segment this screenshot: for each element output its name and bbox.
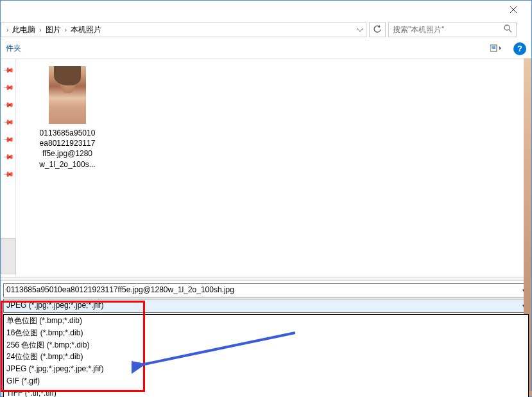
- breadcrumb-item[interactable]: 图片: [44, 24, 62, 35]
- thumbnail-view-icon: [490, 44, 503, 53]
- filetype-option[interactable]: 256 色位图 (*.bmp;*.dib): [4, 339, 528, 351]
- breadcrumb[interactable]: › 此电脑 › 图片 › 本机照片: [1, 22, 366, 37]
- pin-icon[interactable]: 📌: [2, 151, 14, 163]
- titlebar: [1, 1, 531, 20]
- pin-icon[interactable]: 📌: [2, 116, 14, 128]
- breadcrumb-item[interactable]: 本机照片: [69, 24, 103, 35]
- svg-point-2: [504, 25, 510, 30]
- svg-line-3: [509, 30, 511, 32]
- chevron-right-icon: ›: [6, 26, 8, 33]
- pin-icon[interactable]: 📌: [2, 82, 14, 94]
- filetype-option[interactable]: JPEG (*.jpg;*.jpeg;*.jpe;*.jfif): [4, 363, 528, 375]
- refresh-button[interactable]: [369, 22, 386, 37]
- svg-rect-5: [492, 46, 495, 49]
- file-name-label: 0113685a95010 ea80121923117 ff5e.jpg@128…: [29, 128, 106, 170]
- search-icon: [504, 24, 512, 35]
- file-thumbnail: [49, 66, 86, 124]
- pin-icon[interactable]: 📌: [2, 64, 14, 76]
- filetype-option[interactable]: 24位位图 (*.bmp;*.dib): [4, 351, 528, 363]
- save-dialog-window: › 此电脑 › 图片 › 本机照片 件夹: [0, 0, 532, 397]
- search-box[interactable]: [388, 22, 517, 37]
- file-item[interactable]: 0113685a95010 ea80121923117 ff5e.jpg@128…: [29, 66, 106, 170]
- chevron-down-icon[interactable]: [357, 25, 363, 34]
- filetype-option[interactable]: TIFF (*.tif;*.tiff): [4, 387, 528, 397]
- file-list-pane[interactable]: 0113685a95010 ea80121923117 ff5e.jpg@128…: [16, 58, 531, 277]
- view-options-button[interactable]: [488, 42, 506, 56]
- content-area: 📌 📌 📌 📌 📌 📌 📌 0113685a95010 ea8012192311…: [1, 58, 531, 277]
- sidebar-scrollbar[interactable]: [1, 238, 16, 274]
- breadcrumb-items: › 此电脑 › 图片 › 本机照片: [4, 22, 103, 37]
- pin-icon[interactable]: 📌: [2, 168, 14, 181]
- filename-value: 0113685a95010ea80121923117ff5e.jpg@1280w…: [6, 285, 234, 294]
- toolbar-left: 件夹: [6, 43, 21, 54]
- filetype-option[interactable]: GIF (*.gif): [4, 375, 528, 387]
- new-folder-label[interactable]: 件夹: [6, 43, 21, 54]
- filetype-option[interactable]: 16色位图 (*.bmp;*.dib): [4, 327, 528, 339]
- toolbar-right: ?: [488, 42, 526, 56]
- close-button[interactable]: [501, 3, 526, 16]
- filetype-combobox[interactable]: JPEG (*.jpg;*.jpeg;*.jpe;*.jfif) ▾: [3, 299, 529, 313]
- search-input[interactable]: [393, 25, 512, 34]
- chevron-right-icon: ›: [39, 26, 41, 33]
- toolbar: 件夹 ?: [1, 39, 531, 58]
- help-icon: ?: [517, 44, 522, 53]
- help-button[interactable]: ?: [513, 42, 526, 55]
- filetype-selected-value: JPEG (*.jpg;*.jpeg;*.jpe;*.jfif): [6, 301, 103, 310]
- refresh-icon: [373, 25, 382, 34]
- filename-combobox[interactable]: 0113685a95010ea80121923117ff5e.jpg@1280w…: [3, 283, 529, 297]
- pin-icon[interactable]: 📌: [2, 99, 14, 111]
- filetype-option[interactable]: 单色位图 (*.bmp;*.dib): [4, 315, 528, 327]
- chevron-right-icon: ›: [65, 26, 67, 33]
- pin-icon[interactable]: 📌: [2, 134, 14, 146]
- save-fields-panel: 0113685a95010ea80121923117ff5e.jpg@1280w…: [1, 281, 531, 313]
- filetype-dropdown-list[interactable]: 单色位图 (*.bmp;*.dib) 16色位图 (*.bmp;*.dib) 2…: [3, 314, 529, 397]
- close-icon: [510, 6, 517, 13]
- address-bar-row: › 此电脑 › 图片 › 本机照片: [1, 20, 531, 39]
- breadcrumb-item[interactable]: 此电脑: [11, 24, 37, 35]
